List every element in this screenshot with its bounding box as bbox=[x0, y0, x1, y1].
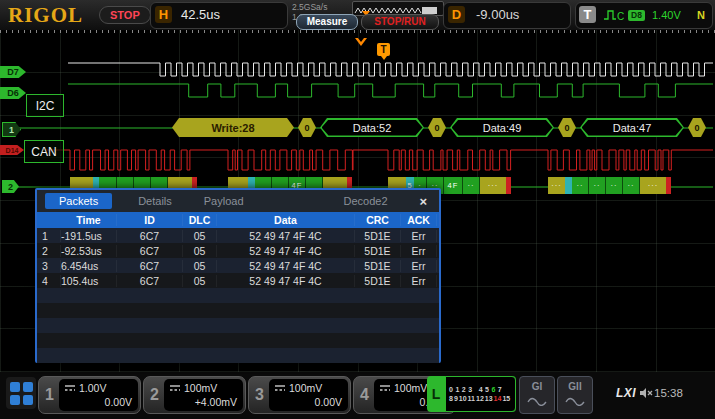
table-cell: 3 bbox=[37, 260, 61, 272]
sine-wave-icon bbox=[527, 397, 547, 406]
table-cell: 52 49 47 4F 4C bbox=[217, 275, 355, 287]
timebase-value: 42.5us bbox=[181, 7, 220, 22]
top-bar: RIGOL STOP H 42.5us 2.5GSa/s 1.25Mpts Me… bbox=[0, 0, 715, 31]
table-cell: 5D1E bbox=[355, 275, 401, 287]
column-header: Data bbox=[217, 214, 355, 226]
d6-trace bbox=[68, 84, 713, 97]
can-seg-id: ··· bbox=[548, 177, 565, 194]
horizontal-timebase-group[interactable]: H 42.5us bbox=[150, 2, 288, 29]
delay-group[interactable]: D -9.00us bbox=[443, 2, 571, 29]
channel-number: 2 bbox=[150, 386, 159, 404]
logic-digit-14: 14 bbox=[494, 394, 502, 403]
lxi-status: LXI bbox=[616, 386, 636, 400]
logic-digit-13: 13 bbox=[485, 394, 493, 403]
table-cell: 05 bbox=[183, 260, 217, 272]
table-row[interactable]: 36.454us6C70552 49 47 4F 4C5D1EErr bbox=[37, 258, 439, 273]
tab-decode2[interactable]: Decode2 bbox=[338, 193, 394, 209]
table-cell: 6C7 bbox=[117, 230, 183, 242]
table-row[interactable] bbox=[37, 333, 439, 348]
sine-wave-icon bbox=[565, 397, 585, 406]
dc-coupling-icon bbox=[169, 384, 181, 392]
i2c-decode-ack: 0 bbox=[298, 118, 316, 137]
table-cell: 05 bbox=[183, 230, 217, 242]
channel-2-box[interactable]: 2100mV+4.00mV bbox=[143, 376, 246, 414]
logic-digit-6: 6 bbox=[491, 385, 495, 394]
menu-grid-icon[interactable] bbox=[6, 377, 36, 409]
column-header: CRC bbox=[355, 214, 401, 226]
table-cell: 4 bbox=[37, 275, 61, 287]
packets-table: TimeIDDLCDataCRCACK1-191.5us6C70552 49 4… bbox=[37, 212, 439, 363]
logic-label: L bbox=[427, 376, 445, 412]
table-cell: 52 49 47 4F 4C bbox=[217, 230, 355, 242]
trigger-t-flag[interactable]: T bbox=[377, 43, 390, 56]
gen2-button[interactable]: GII bbox=[557, 376, 593, 414]
trigger-group[interactable]: T C D8 1.40V N bbox=[575, 2, 713, 29]
table-cell: 2 bbox=[37, 245, 61, 257]
can-bus-label[interactable]: CAN bbox=[24, 140, 64, 163]
table-cell: Err bbox=[401, 245, 437, 257]
can-seg-err bbox=[666, 177, 671, 194]
can-seg-err bbox=[506, 177, 511, 194]
can-seg-data: ·· bbox=[606, 177, 623, 194]
can-seg-data: ·· bbox=[572, 177, 589, 194]
i2c-bus-label[interactable]: I2C bbox=[26, 94, 64, 117]
d7-trace bbox=[68, 63, 713, 76]
i2c-decode-ack: 0 bbox=[558, 118, 576, 137]
close-icon[interactable]: × bbox=[415, 194, 431, 209]
table-cell: 6C7 bbox=[117, 275, 183, 287]
channel-scale: 100mV bbox=[394, 382, 427, 394]
logic-digit-1: 1 bbox=[455, 385, 459, 394]
table-cell: 5D1E bbox=[355, 260, 401, 272]
table-row[interactable] bbox=[37, 318, 439, 333]
trigger-icon: T bbox=[579, 6, 596, 23]
table-header-row: TimeIDDLCDataCRCACK bbox=[37, 212, 439, 228]
svg-text:C: C bbox=[617, 11, 624, 22]
tab-payload[interactable]: Payload bbox=[198, 193, 250, 209]
logic-channels-indicator[interactable]: L 01234567 89101112131415 bbox=[427, 376, 516, 412]
bottom-bar: 11.00V0.00V2100mV+4.00mV3100mV0.00V4100m… bbox=[0, 372, 715, 419]
column-header: DLC bbox=[183, 214, 217, 226]
tab-details[interactable]: Details bbox=[132, 193, 178, 209]
table-row[interactable] bbox=[37, 303, 439, 318]
table-row[interactable] bbox=[37, 288, 439, 303]
channel-3-box[interactable]: 3100mV0.00V bbox=[248, 376, 351, 414]
table-cell: 5D1E bbox=[355, 230, 401, 242]
table-row[interactable]: 1-191.5us6C70552 49 47 4F 4C5D1EErr bbox=[37, 228, 439, 243]
can-seg-data: ·· bbox=[463, 177, 480, 194]
speaker-muted-icon[interactable] bbox=[639, 387, 653, 399]
table-row[interactable] bbox=[37, 348, 439, 363]
can-seg-data: ·· bbox=[589, 177, 606, 194]
table-cell: Err bbox=[401, 230, 437, 242]
horizontal-icon: H bbox=[155, 6, 172, 23]
tab-packets[interactable]: Packets bbox=[45, 193, 112, 209]
logic-digit-7: 7 bbox=[498, 385, 502, 394]
channel-offset: 0.00V bbox=[105, 396, 132, 408]
stop-run-button[interactable]: STOP/RUN bbox=[361, 14, 439, 30]
can-seg-crc: ··· bbox=[640, 177, 666, 194]
i2c-decode-ack: 0 bbox=[428, 118, 446, 137]
can-decode-frame: ·············· bbox=[548, 177, 671, 194]
table-row[interactable]: 2-92.53us6C70552 49 47 4F 4C5D1EErr bbox=[37, 243, 439, 258]
can-seg-data: ·· bbox=[623, 177, 640, 194]
table-cell: Err bbox=[401, 275, 437, 287]
channel-number: 4 bbox=[360, 386, 369, 404]
channel-scale: 100mV bbox=[184, 382, 217, 394]
dc-coupling-icon bbox=[64, 384, 76, 392]
channel-readout: 100mV0.00V bbox=[269, 379, 348, 411]
dc-coupling-icon bbox=[274, 384, 286, 392]
measure-button[interactable]: Measure bbox=[296, 14, 358, 30]
logic-digit-9: 9 bbox=[454, 394, 458, 403]
trigger-position-marker-inner bbox=[358, 38, 364, 42]
table-row[interactable]: 4105.4us6C70552 49 47 4F 4C5D1EErr bbox=[37, 273, 439, 288]
channel-readout: 100mV+4.00mV bbox=[164, 379, 243, 411]
table-cell: 6C7 bbox=[117, 245, 183, 257]
i2c-decode-bus: Write:280Data:520Data:490Data:470 bbox=[0, 118, 715, 137]
logic-digit-5: 5 bbox=[485, 385, 489, 394]
channel-1-box[interactable]: 11.00V0.00V bbox=[38, 376, 141, 414]
channel-offset: 0.00V bbox=[315, 396, 342, 408]
table-cell: 6.454us bbox=[61, 260, 117, 272]
can-trace bbox=[45, 150, 713, 170]
decode-packets-panel: PacketsDetailsPayloadDecode2× TimeIDDLCD… bbox=[35, 188, 441, 363]
logic-digit-10: 10 bbox=[459, 394, 467, 403]
gen1-button[interactable]: GI bbox=[519, 376, 555, 414]
